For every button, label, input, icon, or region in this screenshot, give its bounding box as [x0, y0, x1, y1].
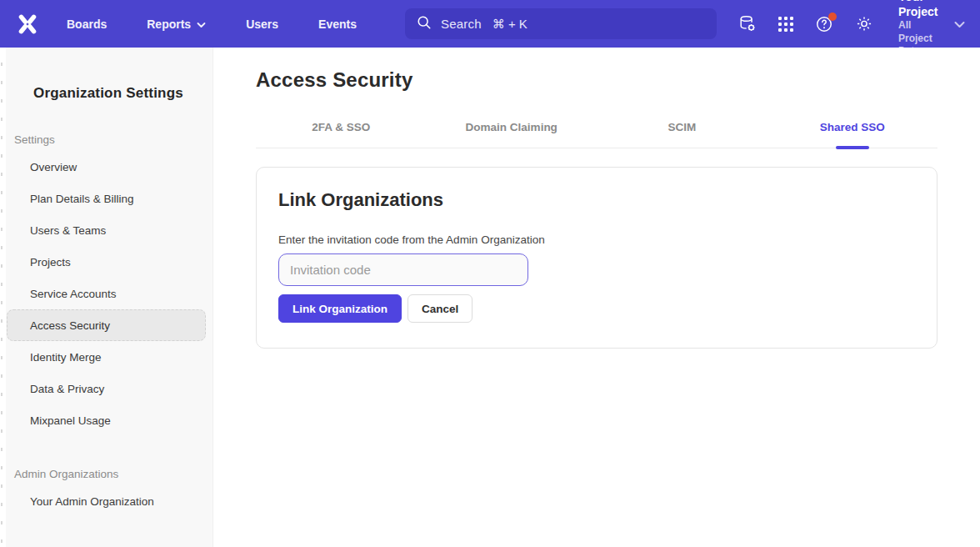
sidebar-item-plan-details-billing[interactable]: Plan Details & Billing [7, 183, 206, 214]
access-security-tabs: 2FA & SSO Domain Claiming SCIM Shared SS… [256, 121, 938, 148]
nav-item-label: Users [246, 18, 278, 31]
cancel-button[interactable]: Cancel [408, 294, 472, 323]
sidebar-section-admin-organizations: Admin Organizations [6, 468, 212, 480]
sidebar-item-service-accounts[interactable]: Service Accounts [7, 278, 206, 309]
org-settings-sidebar: Organization Settings Settings Overview … [0, 48, 213, 547]
sidebar-item-label: Identity Merge [30, 351, 102, 364]
apps-grid-icon[interactable] [778, 15, 793, 33]
sidebar-item-label: Data & Privacy [30, 383, 104, 395]
nav-item-boards[interactable]: Boards [67, 11, 107, 38]
tab-label: Shared SSO [820, 121, 885, 133]
invitation-code-label: Enter the invitation code from the Admin… [278, 233, 915, 246]
sidebar-item-identity-merge[interactable]: Identity Merge [7, 341, 206, 373]
nav-item-label: Reports [147, 18, 191, 31]
sidebar-item-projects[interactable]: Projects [7, 246, 206, 278]
nav-item-events[interactable]: Events [318, 11, 357, 38]
primary-nav: Boards Reports Users Events [67, 11, 378, 38]
sidebar-item-label: Mixpanel Usage [30, 414, 111, 427]
sidebar-item-label: Service Accounts [30, 288, 117, 300]
tab-label: 2FA & SSO [312, 121, 370, 133]
search-input[interactable]: Search ⌘ + K [405, 8, 717, 39]
sidebar-scrollbar[interactable] [0, 48, 6, 547]
sidebar-item-label: Overview [30, 161, 77, 173]
nav-item-reports[interactable]: Reports [147, 11, 206, 38]
tab-scim[interactable]: SCIM [597, 121, 768, 148]
top-navbar: Boards Reports Users Events Search ⌘ + K [0, 0, 980, 48]
sidebar-item-label: Users & Teams [30, 224, 106, 237]
sidebar-section-settings: Settings [6, 133, 212, 146]
search-placeholder: Search [441, 17, 482, 31]
nav-item-label: Events [318, 18, 357, 31]
sidebar-item-overview[interactable]: Overview [7, 151, 206, 183]
chevron-down-icon [197, 18, 206, 31]
tab-label: SCIM [668, 121, 696, 133]
sidebar-item-label: Projects [30, 256, 71, 268]
sidebar-item-label: Access Security [30, 319, 110, 332]
tab-2fa-sso[interactable]: 2FA & SSO [256, 121, 427, 148]
page-title: Access Security [256, 68, 938, 92]
main-content: Access Security 2FA & SSO Domain Claimin… [213, 48, 980, 547]
help-icon[interactable] [815, 15, 833, 33]
card-actions: Link Organization Cancel [278, 294, 915, 323]
project-name: Your Project [898, 0, 941, 19]
data-management-icon[interactable] [738, 15, 757, 33]
notification-dot [828, 13, 837, 21]
search-shortcut: ⌘ + K [492, 17, 528, 32]
sidebar-item-label: Your Admin Organization [30, 495, 154, 508]
settings-gear-icon[interactable] [855, 15, 873, 33]
card-title: Link Organizations [278, 189, 915, 211]
nav-item-users[interactable]: Users [246, 11, 278, 38]
invitation-code-input[interactable] [278, 253, 528, 286]
tab-label: Domain Claiming [466, 121, 558, 133]
search-icon [417, 15, 432, 33]
link-organizations-card: Link Organizations Enter the invitation … [256, 167, 938, 349]
sidebar-item-access-security[interactable]: Access Security [7, 309, 206, 341]
chevron-down-icon [954, 17, 965, 32]
nav-item-label: Boards [67, 18, 107, 31]
sidebar-item-label: Plan Details & Billing [30, 193, 134, 205]
sidebar-item-your-admin-organization[interactable]: Your Admin Organization [7, 485, 206, 517]
tab-shared-sso[interactable]: Shared SSO [768, 121, 938, 148]
link-organization-button[interactable]: Link Organization [278, 294, 402, 323]
sidebar-item-mixpanel-usage[interactable]: Mixpanel Usage [7, 404, 206, 436]
sidebar-item-data-privacy[interactable]: Data & Privacy [7, 373, 206, 404]
active-tab-indicator [836, 146, 869, 149]
sidebar-title: Organization Settings [6, 48, 212, 102]
sidebar-item-users-teams[interactable]: Users & Teams [7, 214, 206, 246]
mixpanel-logo[interactable] [17, 12, 38, 37]
mixpanel-logo-icon [17, 13, 38, 35]
tab-domain-claiming[interactable]: Domain Claiming [427, 121, 598, 148]
